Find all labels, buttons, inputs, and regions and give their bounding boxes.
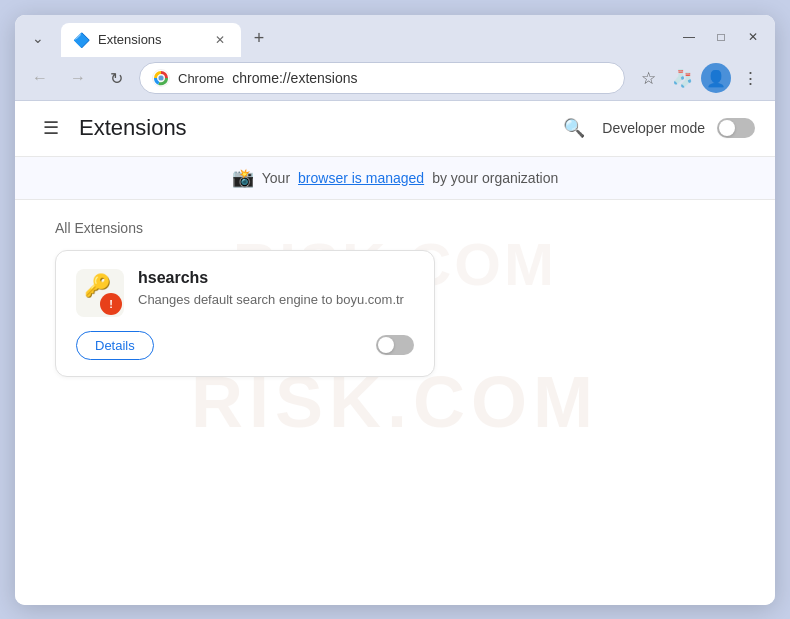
developer-mode-label: Developer mode [602, 120, 705, 136]
extension-description: Changes default search engine to boyu.co… [138, 291, 414, 309]
managed-prefix-text: Your [262, 170, 290, 186]
title-bar: ⌄ 🔷 Extensions ✕ + — □ ✕ [15, 15, 775, 57]
page-title: Extensions [79, 115, 546, 141]
extension-toggle[interactable] [376, 335, 414, 355]
new-tab-button[interactable]: + [245, 25, 273, 53]
managed-link[interactable]: browser is managed [298, 170, 424, 186]
nav-bar: ← → ↻ Chrome chrome://extensions ☆ 🧦 [15, 57, 775, 101]
extension-icon-background: 🔑 ! [76, 269, 124, 317]
extension-icon-wrapper: 🔑 ! [76, 269, 124, 317]
back-button[interactable]: ← [25, 63, 55, 93]
extension-toggle-knob [378, 337, 394, 353]
extension-name: hsearchs [138, 269, 414, 287]
toggle-knob [719, 120, 735, 136]
browser-window: ⌄ 🔷 Extensions ✕ + — □ ✕ ← → ↻ [15, 15, 775, 605]
forward-button[interactable]: → [63, 63, 93, 93]
header-right: 🔍 Developer mode [558, 112, 755, 144]
extension-top: 🔑 ! hsearchs Changes default search engi… [76, 269, 414, 317]
extension-card: 🔑 ! hsearchs Changes default search engi… [55, 250, 435, 377]
close-button[interactable]: ✕ [739, 23, 767, 51]
tab-favicon: 🔷 [73, 32, 90, 48]
developer-mode-toggle[interactable] [717, 118, 755, 138]
tab-close-btn[interactable]: ✕ [211, 31, 229, 49]
menu-button[interactable]: ⋮ [735, 63, 765, 93]
nav-actions: ☆ 🧦 👤 ⋮ [633, 63, 765, 93]
page-content: ☰ Extensions 🔍 Developer mode 📸 Your bro… [15, 101, 775, 605]
extension-footer: Details [76, 331, 414, 360]
badge-symbol: ! [109, 298, 113, 310]
extension-info: hsearchs Changes default search engine t… [138, 269, 414, 309]
extension-badge-icon: ! [100, 293, 122, 315]
maximize-button[interactable]: □ [707, 23, 735, 51]
chrome-logo-icon [152, 69, 170, 87]
tab-list-btn[interactable]: ⌄ [23, 23, 53, 53]
managed-suffix-text: by your organization [432, 170, 558, 186]
extensions-header: ☰ Extensions 🔍 Developer mode [15, 101, 775, 157]
minimize-button[interactable]: — [675, 23, 703, 51]
search-button[interactable]: 🔍 [558, 112, 590, 144]
address-bar[interactable]: Chrome chrome://extensions [139, 62, 625, 94]
bookmark-button[interactable]: ☆ [633, 63, 663, 93]
extensions-puzzle-button[interactable]: 🧦 [667, 63, 697, 93]
brand-label: Chrome [178, 71, 224, 86]
sidebar-menu-button[interactable]: ☰ [35, 112, 67, 144]
window-controls: — □ ✕ [675, 23, 767, 51]
svg-point-2 [159, 76, 164, 81]
url-display: chrome://extensions [232, 70, 612, 86]
profile-button[interactable]: 👤 [701, 63, 731, 93]
reload-button[interactable]: ↻ [101, 63, 131, 93]
all-extensions-heading: All Extensions [55, 220, 735, 236]
active-tab[interactable]: 🔷 Extensions ✕ [61, 23, 241, 57]
organization-icon: 📸 [232, 167, 254, 189]
details-button[interactable]: Details [76, 331, 154, 360]
extensions-body: RISK.COM RISK.COM All Extensions 🔑 ! [15, 200, 775, 605]
managed-notice-bar: 📸 Your browser is managed by your organi… [15, 157, 775, 200]
tab-label: Extensions [98, 32, 162, 47]
tab-bar: ⌄ 🔷 Extensions ✕ + [23, 23, 671, 57]
